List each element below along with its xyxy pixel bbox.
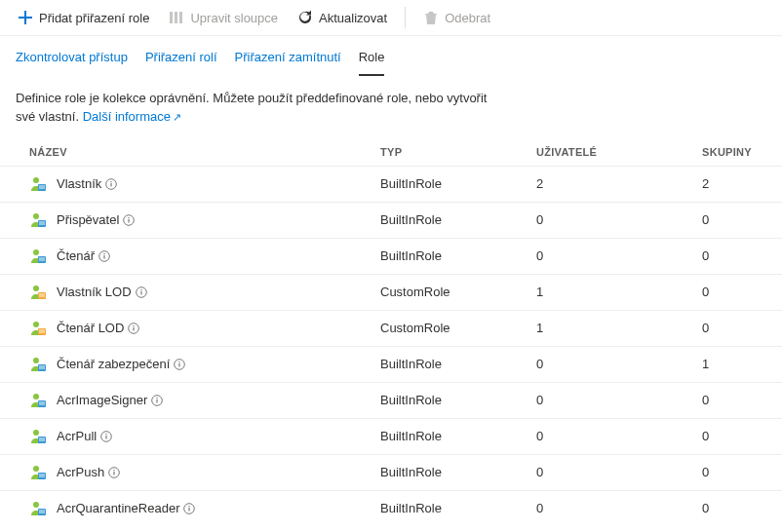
- role-groups: 2: [702, 176, 766, 191]
- info-icon[interactable]: [123, 214, 135, 226]
- role-name: AcrPull: [57, 429, 112, 443]
- role-users: 0: [536, 429, 702, 443]
- role-name: Vlastník LOD: [57, 285, 147, 299]
- refresh-button[interactable]: Aktualizovat: [288, 6, 397, 29]
- role-users: 2: [536, 176, 702, 191]
- role-type: CustomRole: [380, 321, 536, 335]
- info-icon[interactable]: [108, 467, 120, 478]
- col-groups[interactable]: SKUPINY: [702, 146, 766, 158]
- svg-rect-0: [170, 12, 173, 23]
- svg-rect-15: [129, 219, 130, 223]
- svg-rect-48: [39, 403, 45, 404]
- plus-icon: [18, 10, 33, 25]
- info-icon[interactable]: [151, 395, 163, 406]
- name-cell: Čtenář: [29, 247, 380, 265]
- svg-rect-58: [106, 434, 107, 435]
- svg-rect-47: [39, 401, 45, 402]
- info-icon[interactable]: [174, 359, 185, 370]
- info-icon[interactable]: [100, 431, 112, 442]
- learn-more-link[interactable]: Další informace↗: [83, 109, 181, 124]
- svg-rect-37: [134, 325, 135, 326]
- name-cell: Přispěvatel: [29, 211, 380, 229]
- table-row[interactable]: AcrImageSigner BuiltInRole 0 0: [0, 382, 782, 418]
- remove-button[interactable]: Odebrat: [413, 6, 500, 29]
- svg-point-17: [33, 249, 39, 255]
- role-name: Čtenář: [57, 248, 110, 263]
- role-users: 0: [536, 393, 702, 407]
- name-cell: Čtenář LOD: [29, 320, 380, 337]
- svg-rect-61: [39, 474, 45, 475]
- role-name: AcrPush: [57, 465, 120, 479]
- svg-rect-36: [134, 327, 135, 331]
- svg-rect-26: [39, 293, 45, 294]
- role-groups: 0: [702, 248, 766, 263]
- role-icon: [29, 356, 47, 373]
- role-groups: 0: [702, 465, 766, 479]
- name-cell: AcrPull: [29, 428, 380, 445]
- role-users: 0: [536, 357, 702, 371]
- info-icon[interactable]: [136, 286, 147, 298]
- info-icon[interactable]: [128, 323, 139, 334]
- svg-rect-69: [39, 512, 45, 513]
- role-name: Přispěvatel: [57, 212, 135, 227]
- svg-rect-54: [39, 437, 45, 438]
- toolbar-separator: [405, 7, 406, 28]
- add-role-assignment-button[interactable]: Přidat přiřazení role: [8, 6, 159, 29]
- description: Definice role je kolekce oprávnění. Může…: [0, 76, 507, 133]
- table-row[interactable]: Čtenář BuiltInRole 0 0: [0, 238, 782, 274]
- info-icon[interactable]: [98, 250, 110, 262]
- table-row[interactable]: Přispěvatel BuiltInRole 0 0: [0, 202, 782, 238]
- tab-roles[interactable]: Role: [359, 50, 385, 76]
- svg-rect-40: [39, 365, 45, 366]
- add-label: Přidat přiřazení role: [39, 11, 149, 25]
- svg-rect-50: [157, 399, 158, 403]
- col-type[interactable]: TYP: [380, 146, 536, 158]
- name-cell: Čtenář zabezpečení: [29, 356, 380, 373]
- tab-role-assignments[interactable]: Přiřazení rolí: [145, 50, 217, 76]
- role-name: Čtenář zabezpečení: [57, 357, 185, 371]
- role-icon: [29, 175, 47, 193]
- table-row[interactable]: Vlastník LOD CustomRole 1 0: [0, 274, 782, 310]
- trash-icon: [423, 10, 439, 25]
- svg-rect-44: [179, 361, 180, 362]
- role-type: BuiltInRole: [380, 393, 536, 407]
- table-row[interactable]: AcrPush BuiltInRole 0 0: [0, 454, 782, 490]
- toolbar: Přidat přiřazení role Upravit sloupce Ak…: [0, 0, 782, 36]
- role-groups: 1: [702, 357, 766, 371]
- refresh-label: Aktualizovat: [319, 11, 387, 25]
- role-type: BuiltInRole: [380, 501, 536, 515]
- role-users: 1: [536, 285, 702, 299]
- external-link-icon: ↗: [173, 111, 181, 123]
- edit-columns-label: Upravit sloupce: [190, 11, 278, 25]
- table-row[interactable]: Čtenář LOD CustomRole 1 0: [0, 310, 782, 346]
- table-row[interactable]: AcrPull BuiltInRole 0 0: [0, 418, 782, 454]
- refresh-icon: [297, 10, 313, 25]
- role-groups: 0: [702, 285, 766, 299]
- info-icon[interactable]: [183, 503, 195, 514]
- svg-point-66: [33, 502, 39, 508]
- role-name: AcrQuarantineReader: [57, 501, 195, 515]
- svg-rect-16: [129, 217, 130, 218]
- svg-rect-13: [39, 223, 45, 224]
- tab-deny-assignments[interactable]: Přiřazení zamítnutí: [235, 50, 341, 76]
- role-icon: [29, 211, 47, 229]
- svg-rect-22: [103, 255, 104, 259]
- svg-rect-2: [179, 12, 182, 23]
- role-users: 0: [536, 212, 702, 227]
- name-cell: AcrQuarantineReader: [29, 500, 380, 517]
- columns-icon: [169, 10, 184, 25]
- svg-point-45: [33, 394, 39, 399]
- table-row[interactable]: Čtenář zabezpečení BuiltInRole 0 1: [0, 346, 782, 382]
- svg-rect-41: [39, 367, 45, 368]
- tab-check-access[interactable]: Zkontrolovat přístup: [16, 50, 128, 76]
- role-name: Vlastník: [57, 176, 117, 191]
- table-row[interactable]: Vlastník BuiltInRole 2 2: [0, 166, 782, 202]
- table-row[interactable]: AcrQuarantineReader BuiltInRole 0 0: [0, 490, 782, 526]
- svg-point-38: [33, 358, 39, 363]
- svg-point-3: [33, 177, 39, 183]
- col-name[interactable]: NÁZEV: [29, 146, 380, 158]
- col-users[interactable]: UŽIVATELÉ: [536, 146, 702, 158]
- info-icon[interactable]: [105, 178, 117, 190]
- edit-columns-button[interactable]: Upravit sloupce: [159, 6, 288, 29]
- svg-rect-9: [111, 181, 112, 182]
